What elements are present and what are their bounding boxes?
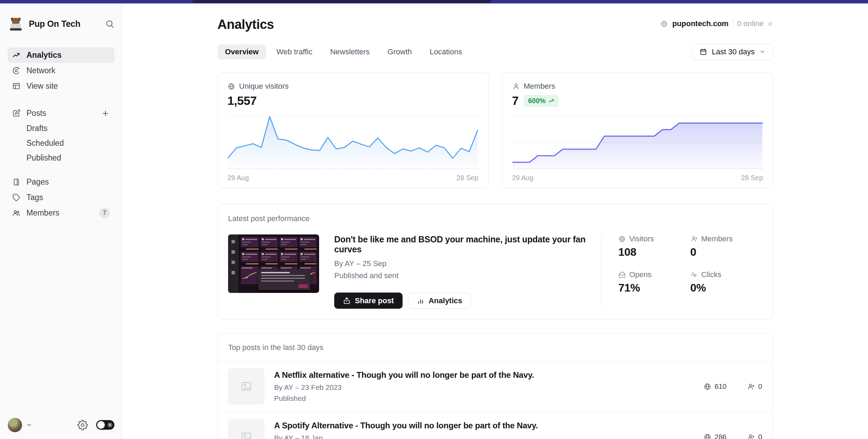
sun-icon [107, 422, 113, 428]
stat-label: Visitors [629, 234, 654, 243]
section-title: Latest post performance [228, 214, 762, 223]
delta-value: 600% [528, 97, 545, 105]
share-post-button[interactable]: Share post [334, 293, 403, 309]
sidebar-item-label: Drafts [26, 124, 47, 133]
card-label-row: Members [512, 82, 763, 91]
sidebar-item-pages[interactable]: Pages [8, 174, 114, 190]
top-posts-panel: Top posts in the last 30 days A Netflix … [217, 333, 773, 439]
share-icon [343, 297, 351, 305]
chevron-down-icon[interactable] [26, 421, 33, 428]
new-post-plus-icon[interactable] [101, 109, 110, 118]
unique-visitors-chart: 29 Aug 28 Sep [227, 114, 478, 182]
post-thumbnail-placeholder [228, 419, 264, 439]
main-content: Analytics pupontech.com 0 online Overvie… [217, 3, 773, 439]
x-axis-labels: 29 Aug 28 Sep [227, 174, 478, 182]
sidebar-item-view-site[interactable]: View site [8, 78, 114, 94]
sidebar-footer [8, 416, 114, 433]
search-icon[interactable] [105, 19, 114, 29]
x-axis-labels: 29 Aug 28 Sep [512, 174, 763, 182]
globe-icon [618, 235, 626, 243]
gear-icon[interactable] [77, 420, 88, 430]
tab-locations[interactable]: Locations [422, 44, 470, 59]
sidebar-item-label: Tags [26, 193, 43, 202]
toggle-knob [97, 421, 105, 429]
user-plus-icon [690, 235, 698, 243]
stat-value: 0 [690, 246, 763, 259]
sidebar-item-tags[interactable]: Tags [8, 190, 114, 205]
stat-value: 108 [618, 246, 690, 259]
analytics-button[interactable]: Analytics [408, 293, 471, 309]
page-title: Analytics [217, 17, 274, 32]
image-icon [240, 431, 252, 439]
section-title: Top posts in the last 30 days [218, 343, 773, 352]
dark-mode-toggle[interactable] [96, 420, 114, 430]
top-post-row[interactable]: A Netflix alternative - Though you will … [218, 361, 773, 411]
user-avatar[interactable] [8, 418, 22, 432]
tab-growth[interactable]: Growth [380, 44, 419, 59]
tab-overview[interactable]: Overview [217, 44, 266, 59]
stat-opens: Opens 71% [618, 270, 690, 294]
sidebar-item-analytics[interactable]: Analytics [8, 47, 114, 63]
latest-post-byline: By AY – 25 Sep [334, 259, 587, 268]
sidebar-item-label: View site [26, 81, 58, 91]
top-post-row[interactable]: A Spotify Alternative - Though you will … [218, 411, 773, 439]
stat-label: Clicks [701, 270, 722, 279]
x-axis-start: 29 Aug [512, 174, 533, 182]
post-stats: 286 0 [703, 433, 762, 439]
stat-label: Opens [629, 270, 652, 279]
stat-value: 0 [758, 433, 762, 439]
post-title[interactable]: A Spotify Alternative - Though you will … [274, 421, 538, 430]
date-range-label: Last 30 days [712, 47, 755, 56]
calendar-icon [699, 48, 707, 56]
share-post-label: Share post [355, 296, 394, 305]
visitors-stat: 610 [703, 382, 726, 391]
stat-value: 286 [714, 433, 726, 439]
sidebar-item-network[interactable]: Network [8, 63, 114, 78]
post-thumbnail-placeholder [228, 368, 264, 405]
stat-value: 610 [714, 382, 726, 391]
card-label-row: Unique visitors [227, 82, 478, 91]
analytics-label: Analytics [429, 296, 462, 305]
date-range-button[interactable]: Last 30 days [692, 44, 773, 60]
sidebar: Pup On Tech Analytics Network [0, 3, 122, 439]
members-card[interactable]: Members 7 600% [502, 72, 773, 188]
site-domain-link[interactable]: pupontech.com [672, 19, 729, 28]
stat-members: Members 0 [690, 234, 763, 259]
sidebar-item-drafts[interactable]: Drafts [8, 121, 114, 136]
tab-newsletters[interactable]: Newsletters [323, 44, 377, 59]
pen-square-icon [12, 109, 21, 118]
sidebar-item-label: Analytics [26, 51, 61, 60]
post-byline: By AY – 23 Feb 2023 [274, 383, 534, 392]
layout-icon [12, 82, 21, 90]
sidebar-item-published[interactable]: Published [8, 151, 114, 165]
unique-visitors-card[interactable]: Unique visitors 1,557 [217, 72, 488, 188]
latest-post-status: Published and sent [334, 271, 587, 280]
bar-chart-icon [417, 297, 425, 305]
page-header: Analytics pupontech.com 0 online [217, 17, 773, 32]
sidebar-nav: Analytics Network View site Posts [8, 47, 114, 221]
visitors-stat: 286 [703, 433, 726, 439]
sidebar-item-label: Scheduled [26, 139, 64, 148]
tabs-row: Overview Web traffic Newsletters Growth … [217, 44, 773, 60]
trending-up-icon [548, 98, 555, 104]
cursor-click-icon [690, 271, 698, 278]
globe-icon [703, 433, 711, 439]
tab-web-traffic[interactable]: Web traffic [269, 44, 320, 59]
main-area: Analytics pupontech.com 0 online Overvie… [122, 3, 868, 439]
sidebar-item-posts[interactable]: Posts [8, 106, 114, 121]
tag-icon [12, 193, 21, 202]
top-progress-bar [0, 0, 868, 3]
site-brand[interactable]: Pup On Tech [8, 16, 114, 32]
stat-value: 0 [758, 382, 762, 391]
app-layout: Pup On Tech Analytics Network [0, 3, 868, 439]
post-title[interactable]: A Netflix alternative - Though you will … [274, 370, 534, 380]
stat-value: 71% [618, 282, 690, 294]
thumbnail-dialog [258, 270, 311, 290]
latest-post-title[interactable]: Don't be like me and BSOD your machine, … [334, 234, 587, 254]
latest-post-thumbnail[interactable] [228, 234, 319, 293]
sidebar-item-scheduled[interactable]: Scheduled [8, 136, 114, 151]
sidebar-item-members[interactable]: Members 7 [8, 205, 114, 221]
thumbnail-content [238, 234, 319, 293]
latest-post-row: Don't be like me and BSOD your machine, … [228, 234, 762, 309]
user-plus-icon [747, 383, 755, 391]
